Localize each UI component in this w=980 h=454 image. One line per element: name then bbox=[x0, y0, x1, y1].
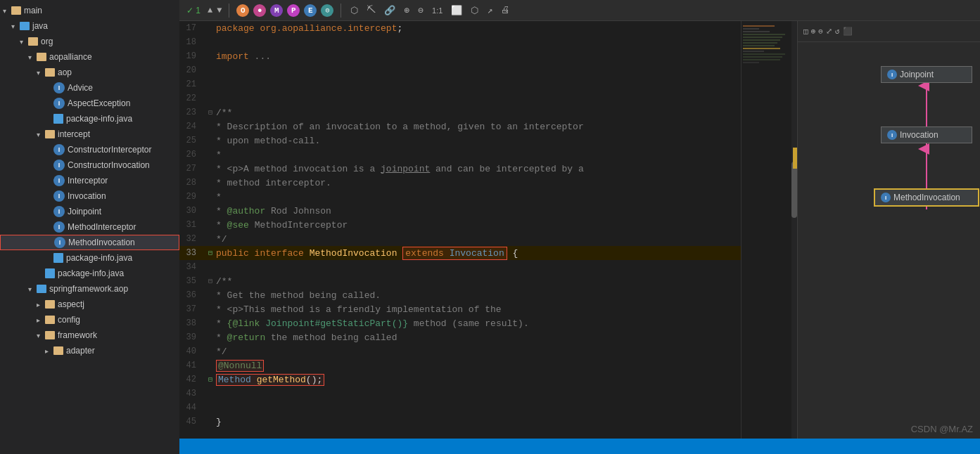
diagram-icon-5[interactable]: ↺ bbox=[835, 27, 840, 36]
sidebar-item-methodinvocation[interactable]: I MethodInvocation bbox=[0, 235, 179, 250]
sidebar-item-constructorinvocation[interactable]: I ConstructorInvocation bbox=[0, 157, 179, 173]
interface-icon-methodinterceptor: I bbox=[53, 221, 65, 233]
sidebar-item-aspectexception[interactable]: I AspectException bbox=[0, 96, 179, 111]
folder-icon-config bbox=[45, 316, 55, 324]
sidebar-item-framework[interactable]: framework bbox=[0, 327, 179, 343]
diagram-icon-4[interactable]: ⤢ bbox=[826, 27, 832, 36]
sidebar-item-org[interactable]: org bbox=[0, 34, 179, 49]
comment-26: * bbox=[216, 150, 222, 160]
sidebar-item-invocation[interactable]: I Invocation bbox=[0, 188, 179, 204]
comment-28: * method interceptor. bbox=[216, 178, 331, 188]
line-27: 27 * <p>A method invocation is a joinpoi… bbox=[179, 162, 741, 176]
sidebar-item-aop[interactable]: aop bbox=[0, 65, 179, 80]
expand-icon[interactable]: ⬜ bbox=[449, 5, 464, 16]
sidebar-item-intercept[interactable]: intercept bbox=[0, 127, 179, 142]
sidebar-item-java[interactable]: java bbox=[0, 18, 179, 34]
line-num-31: 31 bbox=[179, 220, 205, 230]
sidebar-label-joinpoint: Joinpoint bbox=[68, 207, 101, 216]
comment-25: * upon method-call. bbox=[216, 136, 320, 146]
kw-package: package bbox=[216, 23, 260, 34]
sidebar-item-package-info-aopalliance[interactable]: package-info.java bbox=[0, 266, 179, 281]
line-33: 33 ⊟ public interface MethodInvocation e… bbox=[179, 246, 741, 260]
sidebar-label-aspectj: aspectj bbox=[58, 299, 84, 309]
line-34: 34 bbox=[179, 260, 741, 274]
line-29: 29 * bbox=[179, 190, 741, 204]
toolbar-icon-orange[interactable]: O bbox=[236, 4, 249, 17]
minimap-lines bbox=[742, 21, 797, 67]
line-content-23: /** bbox=[216, 108, 741, 118]
sidebar-label-springframework-aop: springframework.aop bbox=[49, 284, 128, 294]
share-icon[interactable]: ⬡ bbox=[469, 5, 481, 16]
sidebar-item-main[interactable]: main bbox=[0, 3, 179, 18]
folder-icon-intercept bbox=[45, 130, 55, 138]
arrow-org bbox=[20, 38, 28, 46]
line-content-38: * {@link Joinpoint#getStaticPart()} meth… bbox=[216, 318, 741, 329]
scrollbar-thumb[interactable] bbox=[791, 162, 797, 218]
line-35: 35 ⊟ /** bbox=[179, 274, 741, 288]
sidebar-label-invocation: Invocation bbox=[68, 191, 106, 201]
comment-27b: and can be intercepted by a bbox=[430, 164, 583, 174]
line-content-19: import ... bbox=[216, 51, 741, 62]
sidebar-item-package-info-intercept[interactable]: package-info.java bbox=[0, 250, 179, 266]
sidebar-label-package-info-aopalliance: package-info.java bbox=[58, 268, 124, 278]
zoom-out-icon[interactable]: ⊖ bbox=[416, 5, 426, 16]
folder-icon-aopalliance bbox=[37, 53, 46, 61]
diagram-label-joinpoint: Joinpoint bbox=[900, 70, 934, 79]
zoom-1-1[interactable]: 1:1 bbox=[430, 6, 445, 15]
sidebar-item-joinpoint[interactable]: I Joinpoint bbox=[0, 204, 179, 219]
line-num-22: 22 bbox=[179, 93, 205, 103]
line-num-39: 39 bbox=[179, 332, 205, 342]
diagram-arrows-svg bbox=[798, 42, 980, 439]
code-panel[interactable]: 17 package org.aopalliance.intercept; 18… bbox=[179, 21, 741, 439]
scrollbar-track[interactable] bbox=[791, 21, 797, 439]
diagram-node-methodinvocation[interactable]: I MethodInvocation bbox=[874, 188, 979, 207]
sidebar-item-package-info-aop[interactable]: package-info.java bbox=[0, 111, 179, 127]
diagram-icon-6[interactable]: ⬛ bbox=[843, 27, 853, 36]
sidebar-item-aopalliance[interactable]: aopalliance bbox=[0, 49, 179, 65]
line-37: 37 * <p>This method is a friendly implem… bbox=[179, 302, 741, 316]
link-icon[interactable]: 🔗 bbox=[382, 5, 397, 16]
sidebar-label-methodinvocation: MethodInvocation bbox=[68, 238, 135, 247]
sidebar-item-springframework-aop[interactable]: springframework.aop bbox=[0, 281, 179, 297]
zoom-in-icon[interactable]: ⊕ bbox=[402, 5, 412, 16]
arrow-up-icon[interactable]: ▲ bbox=[208, 6, 212, 15]
toolbar-icon-blue[interactable]: E bbox=[304, 4, 317, 17]
sidebar-item-aspectj[interactable]: aspectj bbox=[0, 297, 179, 312]
toolbar-icon-magenta[interactable]: P bbox=[287, 4, 300, 17]
print-icon[interactable]: 🖨 bbox=[499, 5, 512, 15]
sidebar-item-adapter[interactable]: adapter bbox=[0, 343, 179, 358]
check-mark[interactable]: ✓ 1 bbox=[186, 6, 201, 15]
line-content-24: * Description of an invocation to a meth… bbox=[216, 122, 741, 132]
sidebar-item-methodinterceptor[interactable]: I MethodInterceptor bbox=[0, 219, 179, 235]
interface-icon-interceptor: I bbox=[53, 175, 65, 186]
diagram-node-joinpoint[interactable]: I Joinpoint bbox=[881, 66, 972, 83]
sidebar-item-config[interactable]: config bbox=[0, 312, 179, 327]
diagram-node-invocation[interactable]: I Invocation bbox=[881, 127, 972, 143]
toolbar-icon-teal[interactable]: ◎ bbox=[321, 4, 333, 17]
diagram-icon-2[interactable]: ⊕ bbox=[811, 27, 816, 36]
nonnull-annotation: @Nonnull bbox=[218, 361, 262, 371]
sidebar-item-advice[interactable]: I Advice bbox=[0, 80, 179, 96]
line-num-29: 29 bbox=[179, 192, 205, 202]
structure-icon[interactable]: ⛏ bbox=[364, 5, 378, 15]
sidebar-item-interceptor[interactable]: I Interceptor bbox=[0, 173, 179, 188]
method-highlight: Method getMethod(); bbox=[216, 374, 324, 386]
line-content-37: * <p>This method is a friendly implement… bbox=[216, 304, 741, 315]
toolbar-icon-purple[interactable]: M bbox=[270, 4, 283, 17]
folder-icon-adapter bbox=[53, 346, 63, 355]
toolbar-icon-pink[interactable]: ● bbox=[253, 4, 266, 17]
filter-icon[interactable]: ⬡ bbox=[348, 5, 360, 16]
interface-icon-advice: I bbox=[53, 82, 65, 93]
export-icon[interactable]: ↗ bbox=[485, 5, 495, 16]
diagram-icon-3[interactable]: ⊖ bbox=[818, 27, 823, 36]
diagram-icon-1[interactable]: ◫ bbox=[803, 27, 808, 36]
return-tag: @return bbox=[227, 332, 266, 343]
fold-icon-23[interactable]: ⊟ bbox=[208, 108, 212, 117]
ml bbox=[743, 37, 782, 38]
arrow-down-icon[interactable]: ▼ bbox=[217, 6, 222, 15]
sidebar-item-constructorinterceptor[interactable]: I ConstructorInterceptor bbox=[0, 142, 179, 157]
line-30: 30 * @author Rod Johnson bbox=[179, 204, 741, 218]
line-num-45: 45 bbox=[179, 417, 205, 427]
fold-icon-35[interactable]: ⊟ bbox=[208, 277, 212, 285]
folder-icon-framework bbox=[45, 331, 55, 339]
